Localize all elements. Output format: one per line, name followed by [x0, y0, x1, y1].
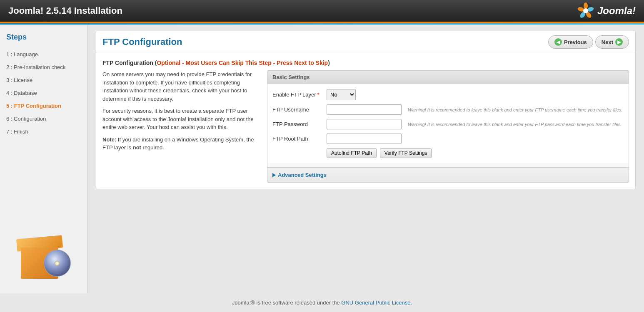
- content-box: FTP Configuration ◀ Previous Next ▶ FTP …: [96, 31, 636, 189]
- basic-settings-header: Basic Settings: [267, 71, 629, 84]
- ftp-username-warning: Warning! It is recommended to leave this…: [408, 107, 624, 112]
- sidebar-item-license[interactable]: 3 : License: [0, 74, 87, 87]
- content-header: FTP Configuration ◀ Previous Next ▶: [96, 31, 635, 53]
- ftp-root-path-label: FTP Root Path: [272, 136, 322, 142]
- description-2: For security reasons, it is best to crea…: [102, 107, 255, 131]
- ftp-password-warning: Warning! It is recommended to leave this…: [408, 122, 624, 127]
- header: Joomla! 2.5.14 Installation Joomla!: [0, 0, 644, 23]
- footer-text-after: .: [411, 300, 412, 306]
- ftp-username-input[interactable]: [327, 104, 402, 115]
- svg-point-1: [584, 2, 588, 9]
- sidebar-title: Steps: [0, 31, 87, 48]
- description-1: On some servers you may need to provide …: [102, 70, 255, 103]
- note-paragraph: Note: If you are installing on a Windows…: [102, 136, 255, 152]
- sidebar: Steps 1 : Language 2 : Pre-Installation …: [0, 25, 87, 293]
- ftp-root-path-row: FTP Root Path: [272, 134, 624, 144]
- ftp-username-row: FTP Username Warning! It is recommended …: [272, 104, 624, 115]
- settings-body: Enable FTP Layer* No Yes FTP Username: [267, 84, 629, 163]
- main-layout: Steps 1 : Language 2 : Pre-Installation …: [0, 25, 644, 293]
- sidebar-item-language[interactable]: 1 : Language: [0, 48, 87, 61]
- enable-ftp-select[interactable]: No Yes: [327, 89, 356, 100]
- joomla-flower-icon: [577, 2, 594, 19]
- sidebar-item-finish[interactable]: 7 : Finish: [0, 125, 87, 138]
- optional-text: Optional - Most Users Can Skip This Step…: [157, 59, 328, 66]
- svg-point-6: [583, 8, 588, 13]
- next-arrow-icon: ▶: [615, 38, 623, 46]
- sidebar-illustration: [0, 220, 87, 287]
- required-star: *: [317, 92, 320, 98]
- joomla-brand-text: Joomla!: [597, 5, 636, 17]
- sidebar-item-ftp[interactable]: 5 : FTP Configuration: [0, 99, 87, 112]
- advanced-settings-toggle[interactable]: Advanced Settings: [267, 167, 629, 182]
- previous-arrow-icon: ◀: [554, 38, 562, 46]
- ftp-password-row: FTP Password Warning! It is recommended …: [272, 119, 624, 129]
- disc-icon: [44, 250, 71, 277]
- sidebar-item-configuration[interactable]: 6 : Configuration: [0, 112, 87, 125]
- inner-content: FTP Configuration (Optional - Most Users…: [96, 53, 635, 189]
- ftp-username-label: FTP Username: [272, 106, 322, 113]
- section-header: FTP Configuration (Optional - Most Users…: [102, 59, 629, 66]
- joomla-logo: Joomla!: [577, 2, 636, 19]
- note-label: Note:: [102, 136, 116, 143]
- content-title: FTP Configuration: [102, 37, 182, 47]
- previous-button[interactable]: ◀ Previous: [548, 35, 593, 49]
- enable-ftp-row: Enable FTP Layer* No Yes: [272, 89, 624, 100]
- app-title: Joomla! 2.5.14 Installation: [8, 5, 122, 16]
- footer-text-before: Joomla!® is free software released under…: [232, 300, 342, 306]
- disc-center: [55, 261, 60, 266]
- two-column-layout: On some servers you may need to provide …: [102, 70, 629, 183]
- right-column: Basic Settings Enable FTP Layer* No Yes: [267, 70, 629, 183]
- verify-ftp-settings-button[interactable]: Verify FTP Settings: [380, 148, 432, 158]
- footer: Joomla!® is free software released under…: [0, 293, 644, 312]
- sidebar-item-preinstall[interactable]: 2 : Pre-Installation check: [0, 61, 87, 74]
- box-icon: [17, 229, 71, 279]
- ftp-root-path-input[interactable]: [327, 134, 402, 144]
- enable-ftp-label: Enable FTP Layer*: [272, 92, 322, 98]
- left-column: On some servers you may need to provide …: [102, 70, 261, 183]
- form-buttons: Autofind FTP Path Verify FTP Settings: [327, 148, 624, 158]
- footer-license-link[interactable]: GNU General Public License: [341, 300, 410, 306]
- triangle-right-icon: [272, 173, 276, 177]
- ftp-password-label: FTP Password: [272, 121, 322, 127]
- not-bold: not: [133, 144, 141, 151]
- nav-buttons: ◀ Previous Next ▶: [548, 35, 629, 49]
- ftp-password-input[interactable]: [327, 119, 402, 129]
- content-area: FTP Configuration ◀ Previous Next ▶ FTP …: [87, 25, 644, 293]
- next-button[interactable]: Next ▶: [595, 35, 629, 49]
- sidebar-item-database[interactable]: 4 : Database: [0, 87, 87, 99]
- autofind-ftp-path-button[interactable]: Autofind FTP Path: [327, 148, 377, 158]
